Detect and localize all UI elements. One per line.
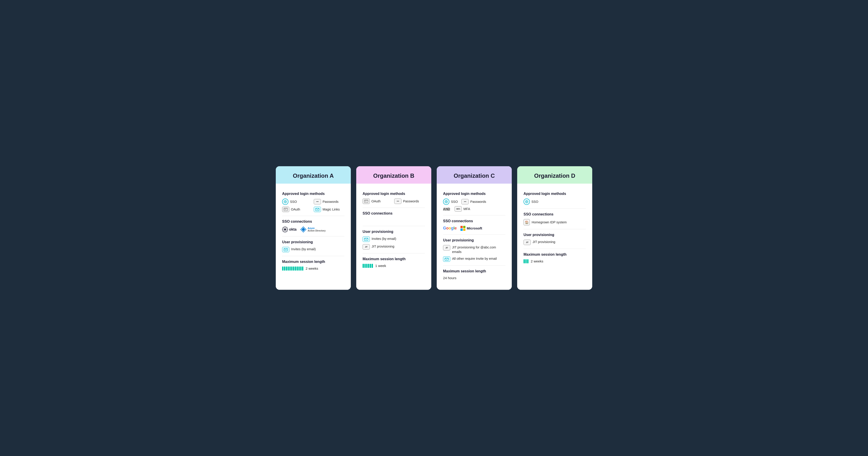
session-bar-container: 24 hours [443,276,505,280]
card-a-header: Organization A [276,166,351,184]
user-provisioning-title: User provisioning [524,233,586,237]
prov-item: Invites (by email) [282,247,344,252]
provisioning-list: Invites (by email) [282,247,344,252]
svg-point-28 [446,201,447,202]
google-logo: Google [443,226,457,231]
svg-line-13 [286,230,287,231]
prov-item: Invites (by email) [363,236,425,242]
bar-segment [286,266,287,270]
oauth-icon [282,207,289,212]
bar-segment [524,259,525,263]
session-value: 1 week [375,264,386,268]
method-oauth: OAuth [363,198,393,204]
prov-item: JIT JIT provisioning [524,240,586,245]
jit-icon: JIT [443,245,450,251]
user-provisioning-section: User provisioning Invites (by email) [282,236,344,256]
invite-icon [363,236,370,242]
session-length-title: Maximum session length [282,260,344,264]
session-length-section: Maximum session length 1 week [363,253,425,271]
session-value: 24 hours [443,276,456,280]
login-methods-section: Approved login methods OAuth •••• Passwo… [363,188,425,208]
sso-icon [443,198,450,205]
and-badge: AND [443,207,450,211]
jit-icon: JIT [363,244,370,250]
svg-point-1 [285,201,286,202]
login-methods-section: Approved login methods SSO [524,188,586,209]
user-provisioning-section: User provisioning JIT JIT provisioning [524,229,586,249]
session-length-title: Maximum session length [443,269,505,273]
bar-segment [525,259,527,263]
card-d-header: Organization D [517,166,592,184]
card-d: Organization D Approved login methods SS… [517,166,592,290]
bar-segment [295,266,296,270]
login-methods-title: Approved login methods [524,192,586,196]
bar-segment [372,264,373,268]
card-c: Organization C Approved login methods SS… [437,166,512,290]
bar-segment [289,266,291,270]
sso-connections-section: SSO connections 🏠 Homegrown IDP system [524,209,586,229]
card-b-header: Organization B [356,166,431,184]
sso-icon [524,198,530,205]
card-d-title: Organization D [524,172,586,179]
card-b: Organization B Approved login methods OA… [356,166,431,290]
bar-segment [368,264,369,268]
session-length-section: Maximum session length 2 weeks [524,249,586,267]
invite-icon [282,247,289,252]
session-bar [524,259,528,263]
oauth-icon [363,198,370,204]
azure-logo: Azure Active Directory [300,226,326,233]
sso-connections-section: SSO connections Google Microsoft [443,216,505,235]
method-magic: Magic Links [314,207,344,212]
method-mfa: MFAMFA [455,206,470,211]
user-provisioning-section: User provisioning JIT JIT provisioning f… [443,235,505,266]
password-icon: •••• [461,199,469,204]
bar-segment [302,266,303,270]
no-sso-note [363,219,364,222]
card-a: Organization A Approved login methods SS… [276,166,351,290]
bar-segment [366,264,368,268]
invite-icon [443,256,450,262]
bar-segment [284,266,285,270]
bar-segment [363,264,364,268]
sso-connections-list: 🏠 Homegrown IDP system [524,219,586,225]
sso-connections-title: SSO connections [363,211,425,216]
login-methods-title: Approved login methods [443,192,505,196]
sso-connections-list: okta Azure Active Directory [282,226,344,233]
login-methods-section: Approved login methods SSO ••••Passwords… [443,188,505,216]
sso-connections-title: SSO connections [524,212,586,216]
user-provisioning-title: User provisioning [443,238,505,242]
bar-segment [297,266,298,270]
cards-container: Organization A Approved login methods SS… [276,166,592,290]
password-icon: •••• [314,199,321,204]
session-length-title: Maximum session length [363,257,425,261]
magic-links-icon [314,207,321,212]
user-provisioning-title: User provisioning [363,230,425,234]
login-methods-title: Approved login methods [363,192,425,196]
bar-segment [287,266,289,270]
sso-connections-section: SSO connections [363,208,425,226]
bar-segment [293,266,294,270]
method-password: ••••Passwords [461,198,486,205]
jit-icon: JIT [524,240,531,245]
card-c-body: Approved login methods SSO ••••Passwords… [437,184,512,290]
svg-line-17 [283,228,284,229]
method-sso: SSO [443,198,458,205]
session-bar-container: 2 weeks [524,259,586,263]
sso-connections-list: Google Microsoft [443,226,505,231]
session-value: 2 weeks [306,266,318,270]
svg-point-35 [526,201,527,202]
provisioning-list: JIT JIT provisioning [524,240,586,245]
method-sso: SSO [524,198,586,205]
method-sso: SSO [282,198,313,205]
method-password: •••• Passwords [394,198,425,204]
sso-connections-section: SSO connections okta Azure Active Direct… [282,216,344,236]
card-a-title: Organization A [282,172,344,179]
provisioning-list: Invites (by email) JIT JIT provisioning [363,236,425,250]
bar-segment [370,264,371,268]
svg-line-19 [286,228,287,229]
bar-segment [282,266,283,270]
session-length-section: Maximum session length 2 weeks [282,256,344,274]
bar-segment [300,266,302,270]
session-bar [282,266,303,270]
method-oauth: OAuth [282,207,313,212]
